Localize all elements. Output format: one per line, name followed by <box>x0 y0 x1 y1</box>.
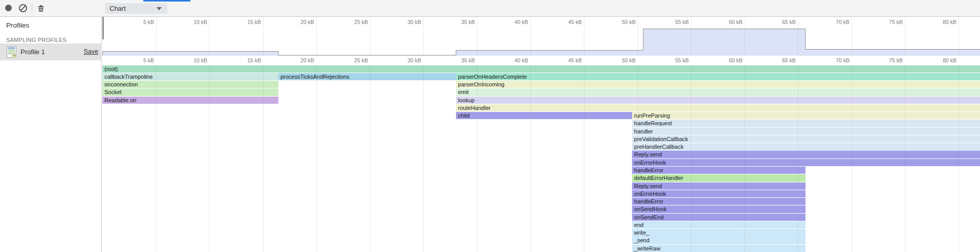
flame-bar-Reply.send[interactable]: Reply.send <box>632 182 805 190</box>
tick-label-60kb: 60 kB <box>712 57 743 63</box>
gridline-30kb <box>423 65 424 252</box>
flame-bar-routeHandler[interactable]: routeHandler <box>456 104 980 111</box>
flame-bar-parserOnIncoming[interactable]: parserOnIncoming <box>456 81 980 88</box>
tick-label-65kb: 65 kB <box>765 57 796 63</box>
sidebar: Profiles SAMPLING PROFILES % Profile 1 S… <box>0 17 102 252</box>
flame-chart: (root)callbackTrampolineprocessTicksAndR… <box>102 65 980 252</box>
tick-label-10kb: 10 kB <box>177 57 207 63</box>
flame-bar-onconnection[interactable]: onconnection <box>102 81 278 88</box>
tick-label-40kb: 40 kB <box>497 57 528 63</box>
flame-bar-end[interactable]: end <box>632 221 805 228</box>
flame-bar-runPreParsing[interactable]: runPreParsing <box>632 112 980 119</box>
flame-bar-processTicksAndRejections[interactable]: processTicksAndRejections <box>278 73 456 80</box>
flame-bar-handleError[interactable]: handleError <box>632 167 805 174</box>
sidebar-title: Profiles <box>6 21 29 29</box>
flame-bar-Reply.send[interactable]: Reply.send <box>632 151 980 158</box>
flame-bar-handleError[interactable]: handleError <box>632 198 805 205</box>
overview-scrollbar-thumb[interactable] <box>102 17 104 39</box>
flame-bar-child[interactable]: child <box>456 112 632 119</box>
tick-label-15kb: 15 kB <box>230 57 261 63</box>
active-tab-underline <box>143 0 190 2</box>
flame-bar-onSendHook[interactable]: onSendHook <box>632 205 805 213</box>
gridline-20kb <box>316 65 317 252</box>
toolbar-separator <box>32 3 32 13</box>
profile-name: Profile 1 <box>20 48 45 56</box>
tick-label-35kb: 35 kB <box>444 57 475 63</box>
tick-label-70kb: 70 kB <box>819 57 850 63</box>
flame-bar-emit[interactable]: emit <box>456 88 980 96</box>
gridline-25kb <box>370 65 371 252</box>
flame-bar-_writeRaw[interactable]: _writeRaw <box>632 245 805 252</box>
chevron-down-icon <box>157 7 162 10</box>
clear-icon[interactable] <box>18 4 28 13</box>
tick-label-80kb: 80 kB <box>926 57 956 63</box>
toolbar: Chart <box>0 0 980 17</box>
flame-bar-root[interactable]: (root) <box>102 65 980 73</box>
sidebar-item-profile-1[interactable]: % Profile 1 Save <box>0 43 102 60</box>
tick-label-45kb: 45 kB <box>551 57 582 63</box>
tick-label-55kb: 55 kB <box>658 57 689 63</box>
flame-bar-Socket[interactable]: Socket <box>102 88 278 96</box>
sampling-profiles-section-label: SAMPLING PROFILES <box>6 37 67 43</box>
flame-bar-parserOnHeadersComplete[interactable]: parserOnHeadersComplete <box>456 73 980 80</box>
flame-bar-lookup[interactable]: lookup <box>456 97 980 104</box>
view-mode-select[interactable]: Chart <box>105 3 167 14</box>
profile-document-icon: % <box>7 46 16 58</box>
profiler-panel: Chart Profiles SAMPLING PROFILES % Profi… <box>0 0 980 252</box>
tick-label-50kb: 50 kB <box>605 57 636 63</box>
flame-bar-Readable.on[interactable]: Readable.on <box>102 97 278 104</box>
record-icon[interactable] <box>5 5 12 11</box>
flame-bar-defaultErrorHandler[interactable]: defaultErrorHandler <box>632 174 805 181</box>
tick-label-30kb: 30 kB <box>390 57 421 63</box>
flame-bar-_send[interactable]: _send <box>632 237 805 244</box>
overview-area-path <box>102 17 980 56</box>
flame-bar-onErrorHook[interactable]: onErrorHook <box>632 190 805 197</box>
chart-pane: 5 kB10 kB15 kB20 kB25 kB30 kB35 kB40 kB4… <box>102 17 980 252</box>
flame-bar-onErrorHook[interactable]: onErrorHook <box>632 159 980 166</box>
trash-icon[interactable] <box>36 4 46 13</box>
flame-chart-ruler: 5 kB10 kB15 kB20 kB25 kB30 kB35 kB40 kB4… <box>102 56 980 65</box>
flame-bar-onSendEnd[interactable]: onSendEnd <box>632 214 805 221</box>
flame-bar-handleRequest[interactable]: handleRequest <box>632 120 980 127</box>
flame-bar-callbackTrampoline[interactable]: callbackTrampoline <box>102 73 278 80</box>
tick-label-25kb: 25 kB <box>337 57 368 63</box>
tick-label-5kb: 5 kB <box>123 57 154 63</box>
view-mode-selected-value: Chart <box>110 5 126 12</box>
flame-bar-preValidationCallback[interactable]: preValidationCallback <box>632 135 980 143</box>
allocation-overview-chart[interactable]: 5 kB10 kB15 kB20 kB25 kB30 kB35 kB40 kB4… <box>102 17 980 56</box>
tick-label-75kb: 75 kB <box>872 57 903 63</box>
flame-bar-write_[interactable]: write_ <box>632 229 805 236</box>
flame-bar-preHandlerCallback[interactable]: preHandlerCallback <box>632 143 980 150</box>
save-link[interactable]: Save <box>84 48 99 55</box>
svg-text:%: % <box>13 53 16 58</box>
flame-bar-handler[interactable]: handler <box>632 128 980 135</box>
tick-label-20kb: 20 kB <box>284 57 314 63</box>
